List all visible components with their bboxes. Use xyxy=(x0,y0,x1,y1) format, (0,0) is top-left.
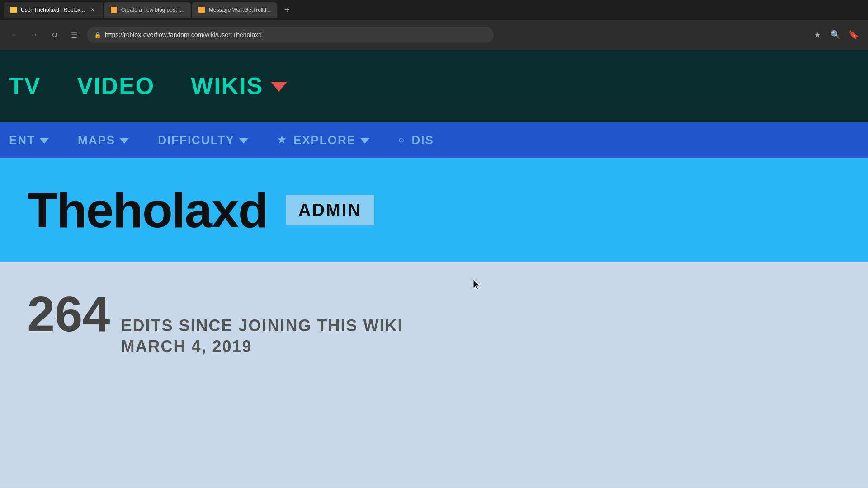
username: Theholaxd xyxy=(27,185,268,235)
address-text: https://roblox-overflow.fandom.com/wiki/… xyxy=(105,31,262,38)
tab-2[interactable]: Create a new blog post |... xyxy=(104,2,191,18)
forward-button[interactable]: → xyxy=(27,28,42,42)
tab-3-favicon xyxy=(198,6,205,14)
tab-1-favicon xyxy=(10,6,17,14)
reading-list-button[interactable]: 🔖 xyxy=(846,28,861,42)
sub-nav-item-dis[interactable]: ○ DIS xyxy=(384,133,448,147)
sub-nav-item-difficulty[interactable]: DIFFICULTY xyxy=(143,133,263,147)
home-button[interactable]: ☰ xyxy=(67,28,81,42)
stats-row: 264 EDITS SINCE JOINING THIS WIKI MARCH … xyxy=(27,289,841,356)
tab-3-title: Message Wall:GetTrolld... xyxy=(209,7,271,13)
stats-section: 264 EDITS SINCE JOINING THIS WIKI MARCH … xyxy=(0,262,868,488)
address-bar[interactable]: 🔒 https://roblox-overflow.fandom.com/wik… xyxy=(87,27,494,43)
tab-1-title: User:Theholaxd | Roblox... xyxy=(21,7,85,13)
sub-nav-item-ent[interactable]: ENT xyxy=(9,133,63,147)
tab-bar: User:Theholaxd | Roblox... ✕ Create a ne… xyxy=(0,0,868,20)
stat-labels: EDITS SINCE JOINING THIS WIKI MARCH 4, 2… xyxy=(121,316,403,356)
sub-nav-item-maps[interactable]: MAPS xyxy=(63,133,143,147)
wikis-chevron-icon xyxy=(271,82,287,92)
nav-item-tv[interactable]: TV xyxy=(9,72,41,99)
browser-chrome: User:Theholaxd | Roblox... ✕ Create a ne… xyxy=(0,0,868,50)
page-content: TV VIDEO WIKIS ENT MAPS DIFFICULTY ★ EX xyxy=(0,50,868,488)
user-profile-header: Theholaxd ADMIN xyxy=(0,158,868,262)
stat-label-edits: EDITS SINCE JOINING THIS WIKI xyxy=(121,316,403,335)
nav-item-video[interactable]: VIDEO xyxy=(77,72,155,99)
sub-nav-chevron-ent xyxy=(40,138,49,144)
bookmark-star-button[interactable]: ★ xyxy=(810,28,825,42)
tab-1-close[interactable]: ✕ xyxy=(89,6,97,14)
stat-label-date: MARCH 4, 2019 xyxy=(121,337,403,356)
dis-icon: ○ xyxy=(398,134,405,146)
tab-2-title: Create a new blog post |... xyxy=(121,7,184,13)
lock-icon: 🔒 xyxy=(94,32,101,38)
search-button[interactable]: 🔍 xyxy=(828,28,843,42)
tab-1[interactable]: User:Theholaxd | Roblox... ✕ xyxy=(4,2,103,18)
top-nav: TV VIDEO WIKIS xyxy=(0,50,868,122)
admin-badge: ADMIN xyxy=(286,195,374,225)
sub-nav-item-explore[interactable]: ★ EXPLORE xyxy=(263,133,384,147)
reload-button[interactable]: ↻ xyxy=(47,28,61,42)
edit-count: 264 xyxy=(27,289,110,339)
address-bar-row: ← → ↻ ☰ 🔒 https://roblox-overflow.fandom… xyxy=(0,20,868,50)
sub-nav-chevron-explore xyxy=(360,138,369,144)
sub-nav-chevron-difficulty xyxy=(239,138,248,144)
sub-nav: ENT MAPS DIFFICULTY ★ EXPLORE ○ DIS xyxy=(0,122,868,158)
tab-3[interactable]: Message Wall:GetTrolld... xyxy=(192,2,277,18)
sub-nav-chevron-maps xyxy=(120,138,129,144)
explore-icon: ★ xyxy=(277,134,287,146)
nav-item-wikis[interactable]: WIKIS xyxy=(191,72,287,99)
back-button[interactable]: ← xyxy=(7,28,22,42)
browser-actions: ★ 🔍 🔖 xyxy=(810,28,861,42)
tab-2-favicon xyxy=(110,6,118,14)
new-tab-button[interactable]: + xyxy=(280,3,294,17)
